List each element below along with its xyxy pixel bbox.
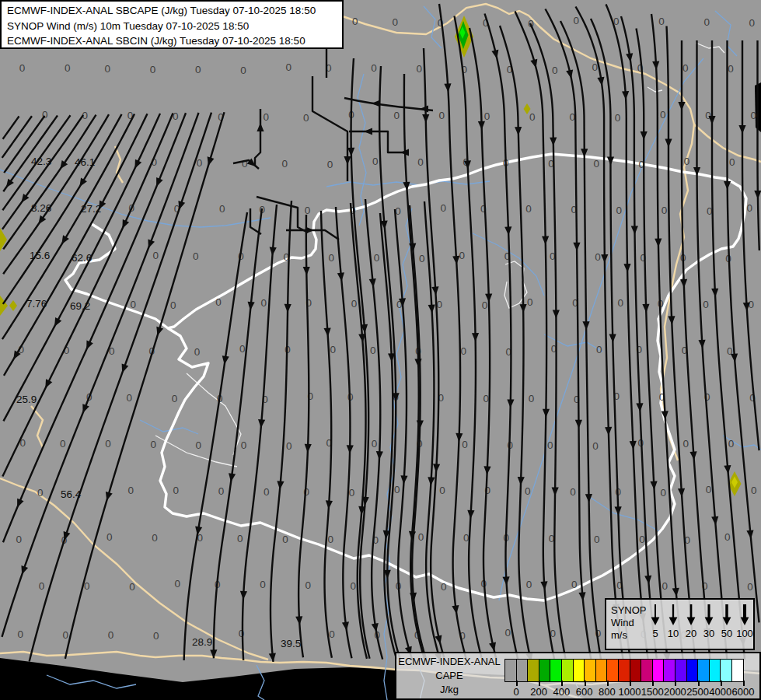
sbcin-value: 0 — [329, 252, 335, 264]
sbcin-value: 0 — [596, 344, 602, 355]
wind-arrow-10: 10 — [665, 603, 682, 649]
sbcin-value: 0 — [639, 534, 645, 545]
sbcin-value: 0 — [658, 16, 665, 27]
sbcin-value: 0 — [393, 110, 400, 121]
sbcin-value: 0 — [172, 393, 178, 404]
sbcin-value: 0 — [662, 580, 668, 592]
sbcin-value: 0 — [352, 16, 358, 27]
sbcin-value: 0 — [417, 156, 424, 168]
sbcin-value: 0 — [439, 485, 445, 496]
cape-color-cell — [675, 660, 687, 681]
sbcin-value: 0 — [127, 392, 133, 404]
sbcin-value: 0 — [747, 202, 753, 214]
sbcin-value: 0 — [60, 438, 66, 450]
cape-tick-value: 200 — [530, 686, 547, 698]
sbcin-value: 0 — [351, 298, 358, 310]
sbcin-value: 0 — [374, 252, 380, 264]
sbcin-value: 0 — [419, 253, 425, 264]
sbcin-value: 0 — [370, 345, 376, 356]
cape-tick — [630, 681, 631, 686]
sbcin-value: 0 — [416, 63, 422, 75]
wind-legend-wind: Wind — [611, 617, 647, 629]
cape-legend-unit: J/kg — [396, 683, 502, 697]
sbcin-value: 0 — [105, 63, 111, 75]
sbcin-value: 0 — [174, 578, 180, 590]
sbcin-value: 0 — [219, 203, 225, 215]
sbcin-value: 0 — [750, 110, 756, 121]
sbcin-value: 0 — [459, 250, 466, 261]
cape-tick-value: 600 — [576, 686, 593, 698]
sbcin-value: 0 — [593, 158, 599, 170]
wind-legend-label: SYNOP Wind m/s — [606, 600, 647, 649]
cape-tick — [698, 681, 700, 686]
sbcin-value: 0 — [260, 297, 267, 309]
sbcin-value: 0 — [662, 205, 668, 216]
sbcin-value: 0 — [305, 205, 311, 216]
cape-color-cell — [653, 660, 665, 681]
title-line-sbcin: ECMWF-INDEX-ANAL SBCIN (J/kg) Tuesday 07… — [7, 33, 342, 49]
sbcin-value: 0 — [418, 531, 424, 543]
cape-tick-value: 1500 — [641, 686, 664, 698]
sbcin-value: 0 — [65, 62, 71, 74]
sbcin-value: 0 — [37, 487, 44, 499]
sbcin-value: 0 — [570, 486, 576, 498]
cape-tick — [743, 681, 745, 686]
sbcin-value: 0 — [153, 630, 159, 642]
sbcin-value: 0 — [195, 64, 201, 75]
sbcin-value: 0 — [592, 440, 599, 452]
sbcin-value: 0 — [463, 532, 470, 544]
cape-colorbar — [504, 659, 744, 682]
cape-color-legend: ECMWF-INDEX-ANAL CAPE J/kg 0200400600800… — [395, 652, 761, 700]
cape-tick — [539, 681, 540, 686]
sbcin-value: 0 — [703, 16, 710, 28]
sbcin-value: 0 — [393, 16, 399, 28]
cape-tick-value: 1000 — [619, 686, 641, 698]
sbcin-value: 0 — [706, 484, 712, 495]
sbcin-value: 0 — [63, 629, 69, 641]
sbcin-value: 0 — [525, 485, 531, 497]
sbcin-value: 0 — [460, 345, 466, 357]
sbcin-value: 0 — [724, 531, 731, 543]
sbcin-value: 0 — [327, 159, 333, 170]
sbcin-value: 0 — [170, 299, 176, 311]
sbcin-value: 0 — [264, 486, 270, 498]
sbcin-value: 0 — [525, 203, 532, 215]
cape-legend-label: ECMWF-INDEX-ANAL CAPE J/kg — [396, 655, 502, 697]
cape-tick — [675, 681, 676, 686]
wind-legend-synop: SYNOP — [611, 604, 647, 617]
sbcin-value: 0 — [529, 111, 536, 123]
sbcin-value: 0 — [16, 534, 23, 545]
cape-color-cell — [710, 660, 721, 681]
sbcin-value: 0 — [173, 485, 180, 496]
sbcin-value: 0 — [484, 110, 490, 122]
sbcin-value: 0 — [285, 61, 291, 73]
sbcin-value: 0 — [218, 485, 225, 497]
sbcin-value: 0 — [330, 344, 336, 355]
cape-colorbar-values: 0200400600800100015002000250040006000 — [504, 686, 755, 698]
cape-tick-value: 400 — [553, 686, 571, 698]
cape-color-cell — [550, 660, 562, 681]
sbcape-station-value: 39.5 — [281, 638, 301, 649]
sbcin-value: 0 — [152, 250, 159, 261]
wind-arrow-50: 50 — [718, 603, 736, 649]
sbcin-value: 0 — [173, 110, 179, 122]
sbcin-value: 0 — [241, 439, 247, 451]
sbcin-value: 0 — [150, 439, 156, 450]
cape-color-cell — [574, 660, 585, 681]
sbcin-value: 0 — [39, 580, 45, 592]
sbcin-value: 0 — [684, 156, 690, 167]
wind-speed-legend: SYNOP Wind m/s 510203050100 — [605, 598, 755, 650]
cape-tick — [607, 681, 609, 686]
sbcin-value: 0 — [129, 581, 135, 593]
sbcin-value: 0 — [150, 64, 156, 75]
sbcin-value: 0 — [552, 65, 558, 76]
sbcin-value: 0 — [372, 438, 378, 450]
wind-speed-value: 30 — [703, 628, 714, 639]
cape-color-cell — [528, 660, 539, 681]
cape-tick-value: 2500 — [686, 686, 709, 698]
wind-speed-value: 100 — [736, 628, 753, 639]
sbcin-value: 0 — [371, 62, 377, 74]
sbcin-value: 0 — [441, 581, 447, 593]
wind-arrow-100: 100 — [736, 603, 754, 649]
sbcin-value: 0 — [84, 580, 90, 592]
